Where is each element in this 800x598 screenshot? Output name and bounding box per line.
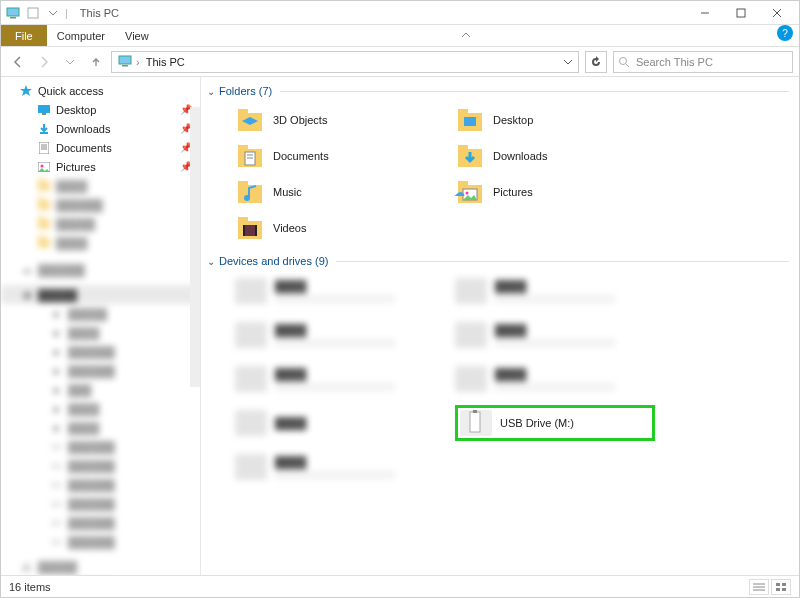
sidebar-item-blurred[interactable]: ████ xyxy=(1,233,200,252)
sidebar-item-documents[interactable]: Documents 📌 xyxy=(1,138,200,157)
forward-button[interactable] xyxy=(33,51,55,73)
sidebar-item-blurred[interactable]: ▭██████ xyxy=(1,456,200,475)
back-button[interactable] xyxy=(7,51,29,73)
documents-icon xyxy=(37,141,51,155)
sidebar-item-blurred[interactable]: ■██████ xyxy=(1,342,200,361)
sidebar-item-label: Desktop xyxy=(56,104,96,116)
folder-desktop[interactable]: Desktop xyxy=(455,103,655,137)
sidebar-item-blurred[interactable]: ▭██████ xyxy=(1,513,200,532)
folder-videos[interactable]: Videos xyxy=(235,211,435,245)
group-header-folders[interactable]: ⌄ Folders (7) xyxy=(207,85,789,97)
breadcrumb-chevron-icon[interactable]: › xyxy=(136,56,140,68)
folder-downloads[interactable]: Downloads xyxy=(455,139,655,173)
breadcrumb-this-pc[interactable]: This PC xyxy=(144,56,187,68)
folder-pictures[interactable]: Pictures xyxy=(455,175,655,209)
drive-item-blurred[interactable]: ████ xyxy=(455,361,655,397)
sidebar-item-blurred[interactable]: ■█████ xyxy=(1,304,200,323)
folder-label: Desktop xyxy=(493,114,533,126)
svg-rect-43 xyxy=(243,225,245,236)
folder-label: Downloads xyxy=(493,150,547,162)
pin-icon: 📌 xyxy=(180,142,192,153)
drive-item-blurred[interactable]: ████ xyxy=(235,449,435,485)
sidebar-item-blurred[interactable]: ▭██████ xyxy=(1,494,200,513)
chevron-down-icon[interactable]: ⌄ xyxy=(207,256,215,267)
history-dropdown-icon[interactable] xyxy=(59,51,81,73)
sidebar-item-desktop[interactable]: Desktop 📌 xyxy=(1,100,200,119)
drive-icon xyxy=(235,454,267,480)
sidebar-onedrive[interactable]: ☁██████ xyxy=(1,260,200,279)
svg-rect-2 xyxy=(28,8,38,18)
sidebar-quick-access[interactable]: Quick access xyxy=(1,81,200,100)
file-tab[interactable]: File xyxy=(1,25,47,46)
drive-icon: ▭ xyxy=(49,535,63,549)
large-icons-view-button[interactable] xyxy=(771,579,791,595)
drive-usb-m[interactable]: USB Drive (M:) xyxy=(455,405,655,441)
sidebar-item-blurred[interactable]: ■████ xyxy=(1,323,200,342)
properties-icon[interactable] xyxy=(25,5,41,21)
sidebar-item-blurred[interactable]: ▭██████ xyxy=(1,437,200,456)
svg-rect-51 xyxy=(782,583,786,586)
drive-item-blurred[interactable]: ████ xyxy=(455,317,655,353)
network-icon: 🖧 xyxy=(19,560,33,574)
desktop-icon xyxy=(37,103,51,117)
svg-point-39 xyxy=(466,192,469,195)
chevron-down-icon[interactable]: ⌄ xyxy=(207,86,215,97)
close-button[interactable] xyxy=(759,2,795,24)
address-bar[interactable]: › This PC xyxy=(111,51,579,73)
svg-rect-4 xyxy=(737,9,745,17)
svg-rect-46 xyxy=(473,410,477,413)
sidebar-item-blurred[interactable]: ■████ xyxy=(1,418,200,437)
sidebar-item-blurred[interactable]: ▭██████ xyxy=(1,532,200,551)
address-dropdown-icon[interactable] xyxy=(560,58,576,66)
qat-dropdown-icon[interactable] xyxy=(45,5,61,21)
sidebar-item-downloads[interactable]: Downloads 📌 xyxy=(1,119,200,138)
svg-rect-8 xyxy=(122,65,128,67)
drive-item-blurred[interactable]: ████ xyxy=(235,317,435,353)
music-folder-icon xyxy=(235,177,265,207)
help-icon[interactable]: ? xyxy=(777,25,793,41)
search-box[interactable]: Search This PC xyxy=(613,51,793,73)
address-pc-icon xyxy=(118,55,132,69)
up-button[interactable] xyxy=(85,51,107,73)
drive-item-blurred[interactable]: ████ xyxy=(235,405,435,441)
drive-item-blurred[interactable]: ████ xyxy=(235,361,435,397)
sidebar-item-pictures[interactable]: Pictures 📌 xyxy=(1,157,200,176)
sidebar-item-blurred[interactable]: ■██████ xyxy=(1,361,200,380)
pin-icon: 📌 xyxy=(180,104,192,115)
ribbon-expand-icon[interactable] xyxy=(459,25,473,46)
sidebar-item-label: Pictures xyxy=(56,161,96,173)
sidebar-item-blurred[interactable]: ▭██████ xyxy=(1,475,200,494)
svg-rect-42 xyxy=(243,225,257,236)
maximize-button[interactable] xyxy=(723,2,759,24)
sidebar-this-pc[interactable]: 🖥█████ xyxy=(1,285,200,304)
drive-item-blurred[interactable]: ████ xyxy=(455,273,655,309)
svg-rect-11 xyxy=(38,105,50,113)
svg-rect-0 xyxy=(7,8,19,16)
folder-icon xyxy=(37,217,51,231)
drive-icon xyxy=(455,322,487,348)
sidebar-item-blurred[interactable]: ■███ xyxy=(1,380,200,399)
view-tab[interactable]: View xyxy=(115,25,159,46)
refresh-button[interactable] xyxy=(585,51,607,73)
main-pane[interactable]: ⌄ Folders (7) 3D Objects Desktop Documen… xyxy=(201,77,799,577)
folder-3d-objects[interactable]: 3D Objects xyxy=(235,103,435,137)
sidebar-item-blurred[interactable]: ■████ xyxy=(1,399,200,418)
videos-folder-icon xyxy=(235,213,265,243)
navigation-pane[interactable]: Quick access Desktop 📌 Downloads 📌 Docum… xyxy=(1,77,201,577)
sidebar-item-blurred[interactable]: ██████ xyxy=(1,195,200,214)
minimize-button[interactable] xyxy=(687,2,723,24)
drive-item-blurred[interactable]: ████ xyxy=(235,273,435,309)
group-header-drives[interactable]: ⌄ Devices and drives (9) xyxy=(207,255,789,267)
navigation-row: › This PC Search This PC xyxy=(1,47,799,77)
folder-documents[interactable]: Documents xyxy=(235,139,435,173)
sidebar-network[interactable]: 🖧█████ xyxy=(1,557,200,576)
details-view-button[interactable] xyxy=(749,579,769,595)
drive-icon xyxy=(455,278,487,304)
sidebar-item-blurred[interactable]: █████ xyxy=(1,214,200,233)
folder-music[interactable]: Music ☁ xyxy=(235,175,435,209)
computer-tab[interactable]: Computer xyxy=(47,25,115,46)
documents-folder-icon xyxy=(235,141,265,171)
pc-icon xyxy=(5,5,21,21)
sidebar-item-blurred[interactable]: ████ xyxy=(1,176,200,195)
svg-rect-1 xyxy=(10,17,16,19)
